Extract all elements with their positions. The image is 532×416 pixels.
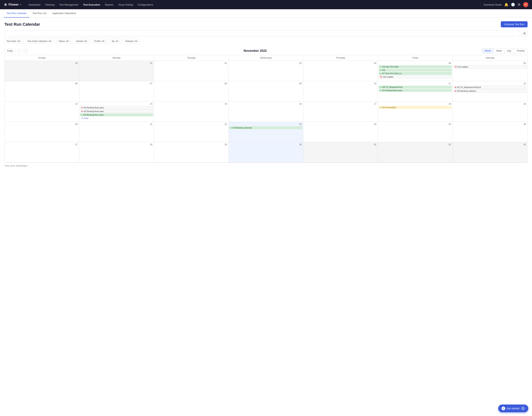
calendar-event[interactable]: ✔#26 Booking flows pass <box>80 113 153 116</box>
tabs-bar: Test Run Calendar Test Run List Applicat… <box>0 9 532 18</box>
calendar-event[interactable]: ✔#32 Accessibility <box>379 106 452 109</box>
calendar-date: 30 <box>5 61 78 65</box>
event-label: #33 Booking collection <box>233 127 252 129</box>
calendar-date: 01 <box>304 143 377 147</box>
schedule-test-run-button[interactable]: Schedule Test Run <box>501 21 528 27</box>
calendar-body: 303101020304✔#15 New Test Suite✔#16✔#17 … <box>5 61 527 162</box>
calendar-event[interactable]: ✖#22 TS_RegressionTestColl <box>454 86 527 89</box>
calendar-cell: 19 <box>453 101 527 122</box>
calendar-events: ✔#20 TS_RegressionTest✔#21 Booking flows… <box>379 86 452 92</box>
check-circle-icon: ✔ <box>230 127 232 129</box>
calendar-event[interactable]: ✔#16 <box>379 69 452 71</box>
calendar-cell: 15 <box>154 101 229 122</box>
avatar[interactable]: TT <box>523 2 528 7</box>
calendar-event[interactable]: ✖#24 Booking flows pass <box>80 106 153 109</box>
calendar-event[interactable]: ✖#23 Booking collection <box>454 89 527 93</box>
nav-planning[interactable]: Planning <box>43 0 57 9</box>
nav-test-management[interactable]: Test Management <box>57 0 81 9</box>
calendar-cell: 03 <box>303 61 378 81</box>
calendar-cell: 30 <box>5 61 79 81</box>
day-header-saturday: Saturday <box>453 55 527 61</box>
calendar-date: 28 <box>80 143 153 147</box>
calendar-event[interactable]: ⏰#18 Untitled <box>379 75 452 79</box>
brand-logo[interactable]: Flower ▾ <box>4 3 21 7</box>
filter-test-suite-collection[interactable]: Test Suite Collection: All ▾ <box>25 39 55 44</box>
calendar-date: 03 <box>304 61 377 65</box>
calendar-date: 18 <box>379 102 452 106</box>
day-header-wednesday: Wednesday <box>229 55 303 61</box>
view-week-button[interactable]: Week <box>494 49 504 53</box>
calendar-grid: Sunday Monday Tuesday Wednesday Thursday… <box>4 55 528 163</box>
search-input[interactable] <box>4 30 520 36</box>
filter-test-suite[interactable]: Test Suite: All ▾ <box>4 39 23 44</box>
calendar-date: 12 <box>454 82 527 86</box>
calendar-cell: 26 <box>453 122 527 142</box>
calendar-header: Sunday Monday Tuesday Wednesday Thursday… <box>5 55 527 61</box>
prev-month-button[interactable]: ‹ <box>17 48 22 53</box>
settings-icon[interactable]: ⚙ <box>518 3 521 7</box>
nav-configurations[interactable]: Configurations <box>135 0 155 9</box>
calendar-cell: 10 <box>303 81 378 101</box>
filters-section: ⧉ Test Suite: All ▾ Test Suite Collectio… <box>0 30 532 47</box>
calendar-date: 20 <box>5 123 78 126</box>
event-label: #19 Untitled <box>457 66 468 68</box>
nav-reports[interactable]: Reports <box>103 0 116 9</box>
nav-visual-testing[interactable]: Visual Testing <box>116 0 135 9</box>
calendar-cell: 06 <box>5 81 79 101</box>
calendar-event[interactable]: ⏰#19 Untitled <box>454 65 527 69</box>
tab-test-run-calendar[interactable]: Test Run Calendar <box>4 9 29 18</box>
calendar-date: 30 <box>229 143 302 147</box>
calendar-cell: 29 <box>154 142 229 162</box>
calendar-event[interactable]: ✔#21 Booking flows pass <box>379 89 452 92</box>
calendar-controls: Today ‹ › November 2022 Month Week Day T… <box>0 47 532 55</box>
more-events-link[interactable]: +5 more <box>80 117 153 120</box>
filter-by[interactable]: By: All ▾ <box>110 39 122 44</box>
clock-icon: ⏰ <box>455 66 457 68</box>
calendar-date: 21 <box>80 123 153 126</box>
today-button[interactable]: Today <box>4 49 15 53</box>
calendar-date: 15 <box>155 102 228 106</box>
filter-status[interactable]: Status: All ▾ <box>57 39 72 44</box>
calendar-event[interactable]: ✔#15 New Test Suite <box>379 65 452 68</box>
next-month-button[interactable]: › <box>23 48 28 53</box>
nav-test-execution[interactable]: Test Execution <box>81 0 102 9</box>
tab-test-run-list[interactable]: Test Run List <box>29 9 49 18</box>
calendar-cell: 23✔#33 Booking collection <box>229 122 303 142</box>
filter-release[interactable]: Release: All ▾ <box>124 39 141 44</box>
error-circle-icon: ✖ <box>81 107 83 109</box>
view-timeline-button[interactable]: Timeline <box>514 49 527 53</box>
calendar-event[interactable]: ✔#33 Booking collection <box>229 126 302 129</box>
calendar-date: 05 <box>454 61 527 65</box>
view-month-button[interactable]: Month <box>482 49 494 53</box>
calendar-event[interactable]: ✔#17 New Test Suite (1) <box>379 72 452 75</box>
calendar-cell: 01 <box>154 61 229 81</box>
calendar-date: 31 <box>80 61 153 65</box>
calendar-date: 24 <box>304 123 377 126</box>
calendar-cell: 13 <box>5 101 79 122</box>
calendar-event[interactable]: ✖#25 Booking flows pass <box>80 110 153 113</box>
event-label: #23 Booking collection <box>457 90 476 92</box>
nav-dashboard[interactable]: Dashboard <box>26 0 43 9</box>
calendar-cell: 12✖#22 TS_RegressionTestColl✖#23 Booking… <box>453 81 527 101</box>
copy-icon-button[interactable]: ⧉ <box>522 30 528 36</box>
notification-icon[interactable]: 🔔 <box>504 3 508 7</box>
calendar-event[interactable]: ✔#20 TS_RegressionTest <box>379 86 452 89</box>
calendar-cell: 02 <box>378 142 453 162</box>
nav-links: Dashboard Planning Test Management Test … <box>26 0 481 9</box>
calendar-date: 04 <box>379 61 452 65</box>
calendar-cell: 21 <box>79 122 154 142</box>
calendar-date: 01 <box>155 61 228 65</box>
view-day-button[interactable]: Day <box>505 49 514 53</box>
download-studio-link[interactable]: Download Studio <box>484 3 502 6</box>
tab-application-repository[interactable]: Application Repository <box>49 9 79 18</box>
calendar-date: 07 <box>80 82 153 86</box>
day-header-thursday: Thursday <box>303 55 378 61</box>
calendar-cell: 04✔#15 New Test Suite✔#16✔#17 New Test S… <box>378 61 453 81</box>
calendar-date: 16 <box>229 102 302 106</box>
chevron-down-icon: ▾ <box>87 40 88 42</box>
filter-started[interactable]: Started: All ▾ <box>74 39 90 44</box>
filter-profile[interactable]: Profile: All ▾ <box>92 39 108 44</box>
calendar-cell: 03 <box>453 142 527 162</box>
calendar-cell: 28 <box>79 142 154 162</box>
history-icon[interactable]: 🕐 <box>511 3 515 7</box>
